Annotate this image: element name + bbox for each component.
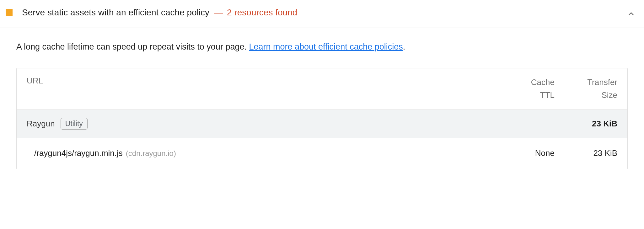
collapse-chevron-icon[interactable] (627, 10, 635, 18)
group-row: Raygun Utility 23 KiB (17, 109, 627, 138)
learn-more-link[interactable]: Learn more about efficient cache policie… (249, 42, 403, 51)
group-name: Raygun (27, 119, 55, 129)
table-row: /raygun4js/raygun.min.js (cdn.raygun.io)… (17, 138, 627, 169)
audit-body: A long cache lifetime can speed up repea… (0, 28, 644, 175)
separator-dash: — (214, 8, 223, 18)
resource-cache-ttl: None (498, 147, 555, 160)
column-header-url: URL (27, 76, 498, 102)
resource-host: (cdn.raygun.io) (126, 149, 176, 158)
description-suffix: . (403, 42, 405, 51)
audit-title: Serve static assets with an efficient ca… (22, 8, 209, 18)
audit-summary: — 2 resources found (214, 8, 297, 18)
audit-description: A long cache lifetime can speed up repea… (16, 41, 628, 53)
status-indicator-icon (6, 9, 13, 16)
column-header-size: Transfer Size (555, 76, 617, 102)
audit-header[interactable]: Serve static assets with an efficient ca… (0, 0, 644, 28)
resources-table: URL Cache TTL Transfer Size Raygun Utili… (16, 68, 628, 169)
description-text: A long cache lifetime can speed up repea… (16, 42, 249, 51)
group-category-badge: Utility (61, 118, 88, 130)
audit-summary-text: 2 resources found (227, 8, 297, 18)
column-header-cache: Cache TTL (498, 76, 555, 102)
resource-path[interactable]: /raygun4js/raygun.min.js (34, 148, 123, 158)
group-total-size: 23 KiB (592, 119, 617, 129)
resource-url: /raygun4js/raygun.min.js (cdn.raygun.io) (34, 148, 498, 158)
resource-transfer-size: 23 KiB (555, 147, 617, 160)
table-header: URL Cache TTL Transfer Size (17, 68, 627, 109)
